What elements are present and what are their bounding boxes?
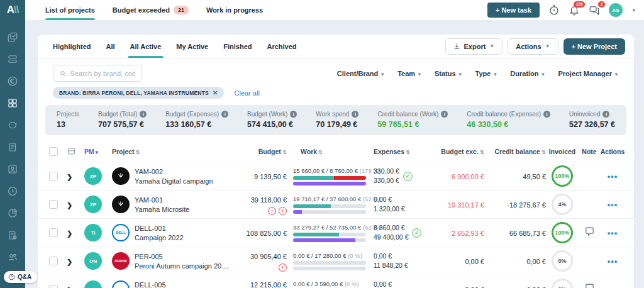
column-project[interactable]: Project⇅ bbox=[112, 148, 229, 155]
board-icon[interactable] bbox=[7, 53, 18, 65]
project-cell[interactable]: DELL-005Campaign 2022 - test bbox=[135, 281, 229, 288]
row-actions-button[interactable]: ••• bbox=[608, 257, 618, 266]
project-cell[interactable]: YAM-002Yamaha Digital campaign bbox=[135, 168, 229, 185]
tab-budget-exceeded[interactable]: Budget exceeded21 bbox=[113, 0, 189, 20]
messages-icon[interactable]: 2 bbox=[589, 4, 600, 16]
pm-avatar[interactable]: ON bbox=[84, 252, 102, 270]
time-tracking-icon[interactable] bbox=[7, 186, 18, 197]
new-project-button[interactable]: + New Project bbox=[564, 38, 625, 55]
invoices-icon[interactable] bbox=[7, 141, 18, 153]
app-logo[interactable]: A\\ bbox=[7, 0, 19, 20]
filter-duration[interactable]: Duration▼ bbox=[510, 70, 545, 77]
info-icon[interactable]: i bbox=[140, 111, 147, 118]
messages-badge: 2 bbox=[598, 1, 605, 8]
info-icon[interactable]: i bbox=[221, 111, 228, 118]
tab-finished[interactable]: Finished bbox=[223, 35, 252, 58]
finance-euro-icon[interactable] bbox=[7, 75, 18, 87]
expand-row-icon[interactable]: ❯ bbox=[67, 258, 72, 265]
pm-avatar[interactable]: ZP bbox=[84, 167, 102, 185]
brand-logo-yamaha bbox=[112, 167, 130, 185]
expand-row-icon[interactable]: ❯ bbox=[67, 201, 72, 209]
table-layout-icon[interactable] bbox=[67, 147, 84, 157]
pm-avatar[interactable]: ON bbox=[84, 280, 102, 288]
column-pm[interactable]: PM▼ bbox=[84, 148, 112, 155]
info-icon[interactable]: i bbox=[441, 111, 448, 118]
note-icon[interactable] bbox=[584, 226, 595, 240]
row-checkbox[interactable] bbox=[49, 200, 58, 209]
search-input[interactable] bbox=[70, 70, 135, 77]
tab-work-in-progress[interactable]: Work in progress bbox=[206, 0, 263, 20]
reports-pie-icon[interactable] bbox=[7, 208, 18, 219]
user-avatar[interactable]: AS bbox=[609, 3, 623, 17]
expand-row-icon[interactable]: ❯ bbox=[67, 230, 72, 237]
column-budget[interactable]: Budget⇅ bbox=[229, 148, 287, 155]
budget-piggy-icon[interactable] bbox=[7, 119, 18, 131]
invoiced-progress-bar bbox=[293, 267, 366, 270]
row-actions-button[interactable]: ••• bbox=[608, 285, 618, 288]
project-cell[interactable]: YAM-001Yamaha Microsite bbox=[135, 196, 229, 213]
pm-avatar[interactable]: ZP bbox=[84, 196, 102, 213]
invoiced-progress-bar bbox=[293, 238, 366, 242]
column-work[interactable]: Work⇅ bbox=[287, 148, 366, 155]
info-icon[interactable]: i bbox=[602, 111, 609, 118]
info-icon[interactable]: i bbox=[290, 111, 297, 118]
new-task-button[interactable]: + New task bbox=[487, 3, 540, 18]
contact-card-icon[interactable] bbox=[7, 163, 18, 175]
info-icon[interactable]: i bbox=[543, 111, 550, 118]
qa-label: Q&A bbox=[18, 274, 31, 280]
tab-all[interactable]: All bbox=[106, 35, 115, 58]
team-icon[interactable] bbox=[7, 252, 18, 263]
chevron-down-icon: ▼ bbox=[545, 43, 550, 49]
column-expenses[interactable]: Expenses⇅ bbox=[366, 148, 424, 155]
export-button[interactable]: Export▼ bbox=[445, 38, 503, 55]
project-cell[interactable]: PER-005Peroni Autumn campaign 202... bbox=[135, 253, 229, 270]
work-cell: 19 710,17 € / 37 600,00 € (52 %) bbox=[287, 196, 366, 214]
sidebar: A\\ Q&A bbox=[0, 0, 25, 288]
notifications-bell-icon[interactable]: 126 bbox=[569, 4, 580, 16]
row-checkbox[interactable] bbox=[49, 172, 58, 180]
expenses-approved-icon: ✓ bbox=[403, 172, 413, 181]
qa-button[interactable]: Q&A bbox=[4, 271, 37, 283]
work-cell: 0,00 € / 3 590,00 € (0 %) bbox=[287, 280, 366, 288]
filter-type[interactable]: Type▼ bbox=[475, 70, 498, 77]
documents-icon[interactable] bbox=[7, 230, 18, 241]
timer-icon[interactable] bbox=[548, 4, 560, 16]
row-actions-button[interactable]: ••• bbox=[608, 200, 618, 209]
tab-all-active[interactable]: All Active bbox=[130, 35, 162, 58]
row-checkbox[interactable] bbox=[49, 257, 58, 265]
column-budget-exc[interactable]: Budget exc.⇅ bbox=[424, 148, 484, 155]
note-icon[interactable] bbox=[584, 283, 595, 288]
filter-client-brand[interactable]: Client/Brand▼ bbox=[337, 70, 385, 77]
brand-filter-chip[interactable]: BRAND: BIRRA PERONI, DELL, YAMAHA INSTRU… bbox=[53, 87, 224, 99]
select-all-checkbox[interactable] bbox=[49, 147, 58, 156]
row-actions-button[interactable]: ••• bbox=[608, 172, 618, 181]
question-icon bbox=[8, 274, 15, 280]
actions-button[interactable]: Actions▼ bbox=[508, 38, 558, 55]
filter-team[interactable]: Team▼ bbox=[397, 70, 422, 77]
expand-row-icon[interactable]: ❯ bbox=[67, 173, 72, 180]
project-cell[interactable]: DELL-001Campaign 2022 bbox=[135, 224, 229, 241]
work-cell: 33 279,27 € / 52 735,00 € (63 %) bbox=[287, 224, 366, 242]
info-icon[interactable]: i bbox=[352, 111, 358, 118]
pm-avatar[interactable]: TI bbox=[84, 224, 102, 241]
remove-chip-icon[interactable]: ✕ bbox=[213, 89, 218, 96]
topbar: List of projects Budget exceeded21 Work … bbox=[25, 0, 644, 20]
main-content: Highlighted All All Active My Active Fin… bbox=[25, 20, 644, 288]
filter-status[interactable]: Status▼ bbox=[435, 70, 463, 77]
filter-project-manager[interactable]: Project Manager▼ bbox=[558, 70, 619, 77]
column-credit-balance[interactable]: Credit balance⇅ bbox=[484, 148, 546, 155]
tab-highlighted[interactable]: Highlighted bbox=[53, 35, 91, 58]
tab-my-active[interactable]: My Active bbox=[176, 35, 208, 58]
row-actions-button[interactable]: ••• bbox=[608, 228, 618, 238]
clear-all-link[interactable]: Clear all bbox=[234, 89, 259, 97]
stat-uninvoiced: Uninvoicedi527 326,57 € bbox=[569, 111, 615, 129]
tasks-icon[interactable] bbox=[7, 31, 18, 43]
user-menu-chevron-icon[interactable]: ▼ bbox=[631, 8, 636, 13]
row-checkbox[interactable] bbox=[49, 228, 58, 237]
row-checkbox[interactable] bbox=[49, 285, 58, 288]
projects-grid-icon[interactable] bbox=[7, 97, 18, 109]
search-box[interactable] bbox=[53, 65, 142, 82]
table-row: ❯ ZP YAM-001Yamaha Microsite 39 118,00 €… bbox=[38, 190, 634, 218]
tab-list-of-projects[interactable]: List of projects bbox=[45, 0, 95, 20]
tab-archived[interactable]: Archived bbox=[267, 35, 296, 58]
